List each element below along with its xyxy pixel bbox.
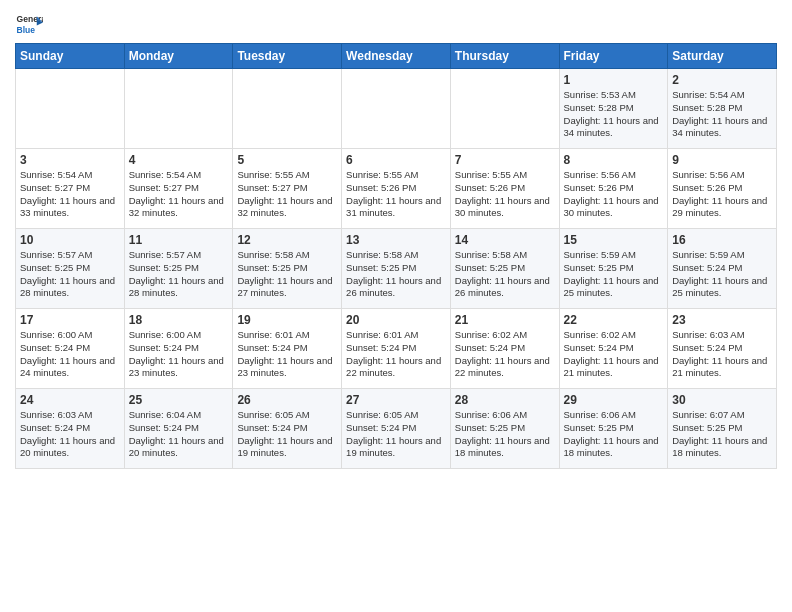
day-number: 3 [20,153,120,167]
day-info: Sunrise: 6:05 AM Sunset: 5:24 PM Dayligh… [237,409,337,460]
day-info: Sunrise: 6:06 AM Sunset: 5:25 PM Dayligh… [455,409,555,460]
day-info: Sunrise: 5:55 AM Sunset: 5:27 PM Dayligh… [237,169,337,220]
calendar-cell [450,69,559,149]
day-info: Sunrise: 6:07 AM Sunset: 5:25 PM Dayligh… [672,409,772,460]
day-info: Sunrise: 6:00 AM Sunset: 5:24 PM Dayligh… [20,329,120,380]
calendar-cell: 18Sunrise: 6:00 AM Sunset: 5:24 PM Dayli… [124,309,233,389]
day-info: Sunrise: 5:56 AM Sunset: 5:26 PM Dayligh… [672,169,772,220]
day-number: 27 [346,393,446,407]
calendar-cell: 21Sunrise: 6:02 AM Sunset: 5:24 PM Dayli… [450,309,559,389]
calendar-header-row: SundayMondayTuesdayWednesdayThursdayFrid… [16,44,777,69]
calendar-cell: 8Sunrise: 5:56 AM Sunset: 5:26 PM Daylig… [559,149,668,229]
calendar-cell: 11Sunrise: 5:57 AM Sunset: 5:25 PM Dayli… [124,229,233,309]
weekday-header-thursday: Thursday [450,44,559,69]
day-number: 23 [672,313,772,327]
calendar-cell: 25Sunrise: 6:04 AM Sunset: 5:24 PM Dayli… [124,389,233,469]
calendar-cell: 19Sunrise: 6:01 AM Sunset: 5:24 PM Dayli… [233,309,342,389]
weekday-header-sunday: Sunday [16,44,125,69]
calendar-cell: 4Sunrise: 5:54 AM Sunset: 5:27 PM Daylig… [124,149,233,229]
weekday-header-saturday: Saturday [668,44,777,69]
day-number: 15 [564,233,664,247]
day-number: 13 [346,233,446,247]
day-number: 17 [20,313,120,327]
day-number: 4 [129,153,229,167]
day-number: 26 [237,393,337,407]
day-info: Sunrise: 5:54 AM Sunset: 5:27 PM Dayligh… [129,169,229,220]
calendar-cell: 17Sunrise: 6:00 AM Sunset: 5:24 PM Dayli… [16,309,125,389]
weekday-header-wednesday: Wednesday [342,44,451,69]
day-number: 10 [20,233,120,247]
calendar-cell: 26Sunrise: 6:05 AM Sunset: 5:24 PM Dayli… [233,389,342,469]
day-number: 14 [455,233,555,247]
calendar-cell: 3Sunrise: 5:54 AM Sunset: 5:27 PM Daylig… [16,149,125,229]
calendar-week-row: 17Sunrise: 6:00 AM Sunset: 5:24 PM Dayli… [16,309,777,389]
day-number: 19 [237,313,337,327]
weekday-header-friday: Friday [559,44,668,69]
day-number: 1 [564,73,664,87]
day-info: Sunrise: 6:03 AM Sunset: 5:24 PM Dayligh… [672,329,772,380]
calendar-week-row: 1Sunrise: 5:53 AM Sunset: 5:28 PM Daylig… [16,69,777,149]
day-number: 29 [564,393,664,407]
calendar-cell: 10Sunrise: 5:57 AM Sunset: 5:25 PM Dayli… [16,229,125,309]
calendar-cell: 5Sunrise: 5:55 AM Sunset: 5:27 PM Daylig… [233,149,342,229]
day-info: Sunrise: 5:58 AM Sunset: 5:25 PM Dayligh… [455,249,555,300]
svg-text:Blue: Blue [17,25,36,35]
day-number: 2 [672,73,772,87]
logo-icon: General Blue [15,10,43,38]
day-info: Sunrise: 5:56 AM Sunset: 5:26 PM Dayligh… [564,169,664,220]
day-number: 16 [672,233,772,247]
calendar-cell: 6Sunrise: 5:55 AM Sunset: 5:26 PM Daylig… [342,149,451,229]
day-info: Sunrise: 6:02 AM Sunset: 5:24 PM Dayligh… [564,329,664,380]
calendar-table: SundayMondayTuesdayWednesdayThursdayFrid… [15,43,777,469]
day-number: 28 [455,393,555,407]
calendar-cell: 1Sunrise: 5:53 AM Sunset: 5:28 PM Daylig… [559,69,668,149]
weekday-header-tuesday: Tuesday [233,44,342,69]
calendar-cell [16,69,125,149]
day-number: 7 [455,153,555,167]
calendar-cell: 23Sunrise: 6:03 AM Sunset: 5:24 PM Dayli… [668,309,777,389]
calendar-cell: 22Sunrise: 6:02 AM Sunset: 5:24 PM Dayli… [559,309,668,389]
calendar-cell: 14Sunrise: 5:58 AM Sunset: 5:25 PM Dayli… [450,229,559,309]
day-info: Sunrise: 5:54 AM Sunset: 5:27 PM Dayligh… [20,169,120,220]
day-info: Sunrise: 5:57 AM Sunset: 5:25 PM Dayligh… [129,249,229,300]
day-info: Sunrise: 5:58 AM Sunset: 5:25 PM Dayligh… [237,249,337,300]
calendar-cell [233,69,342,149]
day-info: Sunrise: 6:04 AM Sunset: 5:24 PM Dayligh… [129,409,229,460]
calendar-cell: 7Sunrise: 5:55 AM Sunset: 5:26 PM Daylig… [450,149,559,229]
day-info: Sunrise: 6:01 AM Sunset: 5:24 PM Dayligh… [237,329,337,380]
calendar-cell: 20Sunrise: 6:01 AM Sunset: 5:24 PM Dayli… [342,309,451,389]
day-number: 30 [672,393,772,407]
weekday-header-monday: Monday [124,44,233,69]
day-number: 8 [564,153,664,167]
logo: General Blue [15,10,43,38]
day-info: Sunrise: 6:05 AM Sunset: 5:24 PM Dayligh… [346,409,446,460]
calendar-cell: 28Sunrise: 6:06 AM Sunset: 5:25 PM Dayli… [450,389,559,469]
page-header: General Blue [15,10,777,38]
day-number: 20 [346,313,446,327]
calendar-cell: 16Sunrise: 5:59 AM Sunset: 5:24 PM Dayli… [668,229,777,309]
day-info: Sunrise: 6:01 AM Sunset: 5:24 PM Dayligh… [346,329,446,380]
calendar-week-row: 10Sunrise: 5:57 AM Sunset: 5:25 PM Dayli… [16,229,777,309]
day-info: Sunrise: 5:57 AM Sunset: 5:25 PM Dayligh… [20,249,120,300]
day-number: 6 [346,153,446,167]
calendar-week-row: 24Sunrise: 6:03 AM Sunset: 5:24 PM Dayli… [16,389,777,469]
day-info: Sunrise: 6:00 AM Sunset: 5:24 PM Dayligh… [129,329,229,380]
calendar-cell: 2Sunrise: 5:54 AM Sunset: 5:28 PM Daylig… [668,69,777,149]
day-number: 25 [129,393,229,407]
day-number: 24 [20,393,120,407]
calendar-cell: 9Sunrise: 5:56 AM Sunset: 5:26 PM Daylig… [668,149,777,229]
calendar-cell: 15Sunrise: 5:59 AM Sunset: 5:25 PM Dayli… [559,229,668,309]
day-number: 18 [129,313,229,327]
day-info: Sunrise: 5:53 AM Sunset: 5:28 PM Dayligh… [564,89,664,140]
calendar-cell [342,69,451,149]
day-number: 5 [237,153,337,167]
calendar-cell: 27Sunrise: 6:05 AM Sunset: 5:24 PM Dayli… [342,389,451,469]
day-number: 9 [672,153,772,167]
calendar-week-row: 3Sunrise: 5:54 AM Sunset: 5:27 PM Daylig… [16,149,777,229]
day-info: Sunrise: 6:02 AM Sunset: 5:24 PM Dayligh… [455,329,555,380]
day-info: Sunrise: 5:54 AM Sunset: 5:28 PM Dayligh… [672,89,772,140]
calendar-cell: 24Sunrise: 6:03 AM Sunset: 5:24 PM Dayli… [16,389,125,469]
calendar-cell: 12Sunrise: 5:58 AM Sunset: 5:25 PM Dayli… [233,229,342,309]
day-info: Sunrise: 6:03 AM Sunset: 5:24 PM Dayligh… [20,409,120,460]
day-number: 21 [455,313,555,327]
